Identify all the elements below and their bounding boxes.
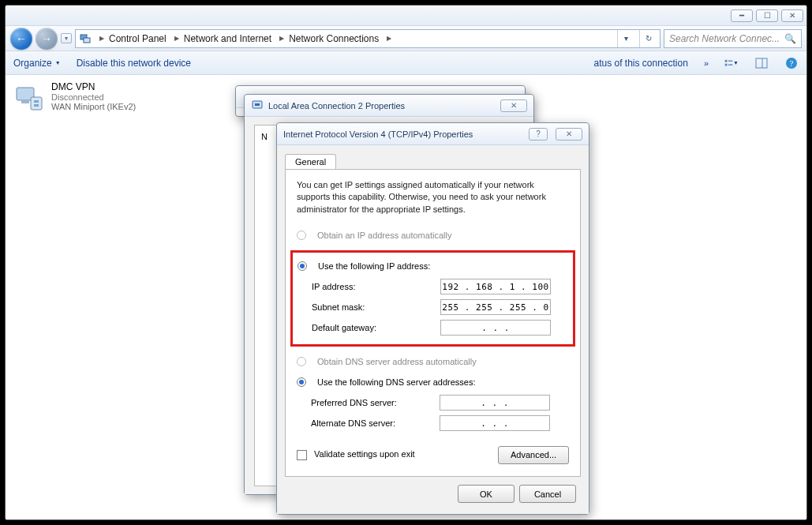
organize-label: Organize xyxy=(13,58,52,69)
tab-panel-general: You can get IP settings assigned automat… xyxy=(285,169,581,477)
view-options-button[interactable]: ▼ xyxy=(724,56,739,70)
connection-item-dmc-vpn[interactable]: DMC VPN Disconnected WAN Miniport (IKEv2… xyxy=(13,81,136,513)
radio-use-dns-label: Use the following DNS server addresses: xyxy=(317,377,476,387)
cancel-button[interactable]: Cancel xyxy=(519,485,576,503)
svg-rect-16 xyxy=(255,103,260,106)
chevron-down-icon: ▼ xyxy=(55,60,61,66)
svg-rect-1 xyxy=(84,38,90,43)
organize-menu[interactable]: Organize ▼ xyxy=(13,58,61,69)
validate-label: Validate settings upon exit xyxy=(314,449,415,459)
default-gateway-input[interactable]: . . . xyxy=(440,320,551,336)
breadcrumb-bar[interactable]: ▶ Control Panel ▶ Network and Internet ▶… xyxy=(75,29,660,48)
lan-close-button[interactable]: ✕ xyxy=(500,99,527,112)
ip-address-input[interactable]: 192 . 168 . 1 . 100 xyxy=(440,279,551,294)
command-bar: Organize ▼ Disable this network device a… xyxy=(6,51,806,75)
connection-name: DMC VPN xyxy=(51,81,136,92)
address-bar: ← → ▾ ▶ Control Panel ▶ Network and Inte… xyxy=(6,26,806,51)
tab-general[interactable]: General xyxy=(285,154,336,169)
advanced-button[interactable]: Advanced... xyxy=(498,446,569,464)
window-chrome: ━ ☐ ✕ xyxy=(6,6,806,26)
forward-button[interactable]: → xyxy=(36,28,58,50)
lan-properties-titlebar[interactable]: Local Area Connection 2 Properties ✕ xyxy=(245,95,533,117)
radio-obtain-dns-label: Obtain DNS server address automatically xyxy=(317,357,477,366)
network-adapter-icon xyxy=(251,99,264,113)
arrow-right-icon: → xyxy=(41,32,52,45)
vpn-icon xyxy=(13,81,45,113)
connection-text: DMC VPN Disconnected WAN Miniport (IKEv2… xyxy=(51,81,136,111)
dialog-button-row: OK Cancel xyxy=(282,477,584,504)
tcpip-titlebar[interactable]: Internet Protocol Version 4 (TCP/IPv4) P… xyxy=(277,123,589,145)
svg-rect-3 xyxy=(725,63,728,66)
breadcrumb-control-panel[interactable]: Control Panel xyxy=(109,33,167,44)
search-input[interactable]: Search Network Connec... 🔍 xyxy=(664,29,802,48)
default-gateway-label: Default gateway: xyxy=(312,323,434,332)
tab-strip: General xyxy=(285,152,581,169)
search-placeholder: Search Network Connec... xyxy=(669,33,780,44)
tcpip-description: You can get IP settings assigned automat… xyxy=(297,179,569,216)
tcpip-close-button[interactable]: ✕ xyxy=(556,128,582,141)
status-of-connection[interactable]: atus of this connection xyxy=(593,58,687,69)
tcpip-properties-dialog: Internet Protocol Version 4 (TCP/IPv4) P… xyxy=(276,122,589,515)
refresh-button[interactable]: ↻ xyxy=(639,30,657,47)
validate-checkbox[interactable] xyxy=(297,450,307,460)
svg-rect-5 xyxy=(728,64,733,65)
radio-obtain-ip[interactable] xyxy=(297,231,306,240)
lan-body-letter: N xyxy=(261,132,268,141)
network-icon xyxy=(79,32,92,45)
svg-rect-11 xyxy=(21,100,29,103)
svg-rect-13 xyxy=(34,100,39,103)
connection-status: Disconnected xyxy=(51,92,136,102)
tcpip-title: Internet Protocol Version 4 (TCP/IPv4) P… xyxy=(283,129,473,139)
svg-rect-12 xyxy=(31,97,42,110)
radio-obtain-dns[interactable] xyxy=(297,357,306,366)
highlighted-ip-section: Use the following IP address: IP address… xyxy=(290,250,575,347)
radio-use-ip-label: Use the following IP address: xyxy=(318,261,430,271)
chevron-right-icon: ▶ xyxy=(384,35,395,42)
chevron-right-icon: ▶ xyxy=(171,35,182,42)
preferred-dns-input[interactable]: . . . xyxy=(440,395,550,411)
radio-use-ip-row[interactable]: Use the following IP address: xyxy=(297,256,568,276)
address-dropdown[interactable]: ▾ xyxy=(617,30,634,47)
maximize-button[interactable]: ☐ xyxy=(756,9,778,22)
back-button[interactable]: ← xyxy=(10,28,32,50)
help-button[interactable]: ? xyxy=(784,56,799,70)
close-button[interactable]: ✕ xyxy=(781,9,803,22)
radio-obtain-dns-row[interactable]: Obtain DNS server address automatically xyxy=(297,351,569,372)
nav-history-dropdown[interactable]: ▾ xyxy=(61,33,72,43)
tcpip-body: General You can get IP settings assigned… xyxy=(277,145,589,514)
radio-use-ip[interactable] xyxy=(297,261,307,271)
breadcrumb-network-internet[interactable]: Network and Internet xyxy=(184,33,271,44)
radio-obtain-ip-label: Obtain an IP address automatically xyxy=(317,231,451,240)
disable-label: Disable this network device xyxy=(77,58,191,69)
chevron-right-icon: ▶ xyxy=(96,35,107,42)
chevron-down-icon: ▼ xyxy=(733,60,739,66)
disable-network-device[interactable]: Disable this network device xyxy=(77,58,191,69)
radio-obtain-ip-row[interactable]: Obtain an IP address automatically xyxy=(297,225,569,246)
minimize-button[interactable]: ━ xyxy=(731,9,753,22)
overflow-menu[interactable]: » xyxy=(704,58,709,68)
alternate-dns-input[interactable]: . . . xyxy=(440,415,550,431)
svg-text:?: ? xyxy=(790,58,794,68)
validate-checkbox-row[interactable]: Validate settings upon exit xyxy=(297,449,415,460)
arrow-left-icon: ← xyxy=(16,32,27,45)
connection-device: WAN Miniport (IKEv2) xyxy=(51,102,136,111)
preferred-dns-label: Preferred DNS server: xyxy=(311,398,433,407)
radio-use-dns[interactable] xyxy=(297,377,306,387)
search-icon: 🔍 xyxy=(784,33,796,44)
tcpip-help-button[interactable]: ? xyxy=(529,128,548,141)
refresh-icon: ↻ xyxy=(645,34,652,43)
subnet-mask-input[interactable]: 255 . 255 . 255 . 0 xyxy=(440,299,551,315)
alternate-dns-label: Alternate DNS server: xyxy=(311,418,433,428)
subnet-mask-label: Subnet mask: xyxy=(312,302,434,312)
svg-rect-2 xyxy=(725,59,728,62)
ip-address-label: IP address: xyxy=(312,282,434,291)
svg-rect-14 xyxy=(34,104,39,107)
status-label: atus of this connection xyxy=(593,58,687,69)
breadcrumb-network-connections[interactable]: Network Connections xyxy=(289,33,379,44)
radio-use-dns-row[interactable]: Use the following DNS server addresses: xyxy=(297,372,569,392)
ok-button[interactable]: OK xyxy=(458,485,515,503)
svg-rect-6 xyxy=(756,58,767,68)
chevron-right-icon: ▶ xyxy=(276,35,287,42)
preview-pane-button[interactable] xyxy=(754,56,769,70)
svg-rect-4 xyxy=(728,60,733,61)
